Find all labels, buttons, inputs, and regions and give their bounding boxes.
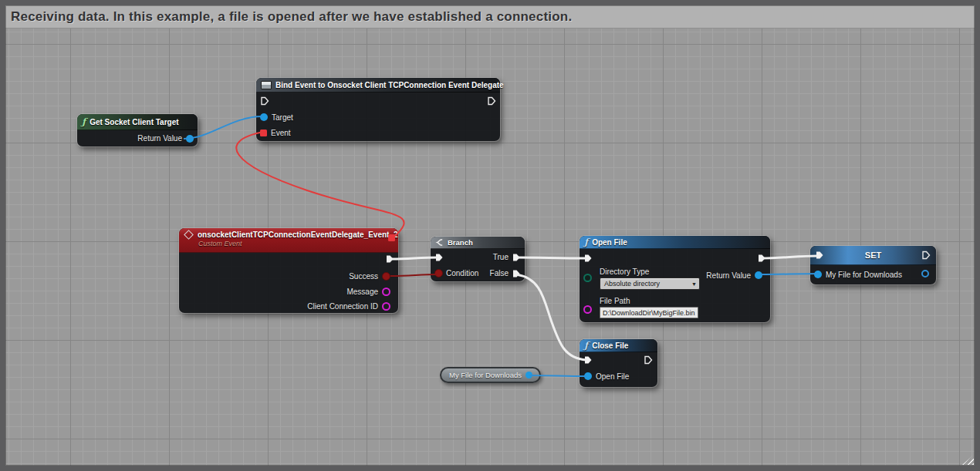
exec-out-pin[interactable] <box>921 251 931 260</box>
object-pin-target[interactable] <box>260 113 268 121</box>
directory-type-value: Absolute directory <box>604 280 660 288</box>
bool-pin-condition[interactable] <box>434 269 443 278</box>
pin-label-return-value: Return Value <box>137 134 182 143</box>
file-path-input[interactable]: D:\DownloadDir\MyBigFile.bin <box>600 307 698 318</box>
node-header: onsocketClientTCPConnectionEventDelegate… <box>179 228 398 253</box>
string-pin-message[interactable] <box>382 288 390 296</box>
object-pin-open-file[interactable] <box>584 372 592 380</box>
delegate-pin-event[interactable] <box>260 130 267 136</box>
delegate-pin-output[interactable] <box>388 234 395 241</box>
node-branch[interactable]: Branch True Condition False <box>431 237 525 281</box>
pin-label-false: False <box>490 269 509 278</box>
pin-label-event: Event <box>271 129 291 137</box>
node-title: SET <box>865 251 881 260</box>
node-subtitle: Custom Event <box>184 240 394 247</box>
blueprint-graph-canvas[interactable]: Receiving data. In this example, a file … <box>0 0 980 471</box>
string-pin-file-path[interactable] <box>583 305 592 314</box>
node-header: ƒ Close File <box>580 339 657 352</box>
node-header: Bind Event to Onsocket Client TCPConnect… <box>256 78 500 93</box>
object-pin-getter-out[interactable] <box>525 372 532 378</box>
node-header: SET <box>810 246 936 265</box>
getter-label: My File for Downloads <box>449 371 522 379</box>
pin-label-file-path: File Path <box>600 297 698 305</box>
exec-out-pin[interactable] <box>385 254 394 264</box>
exec-out-false-pin[interactable] <box>512 269 521 278</box>
wire-layer <box>0 0 980 471</box>
exec-in-pin[interactable] <box>583 254 593 263</box>
node-title: onsocketClientTCPConnectionEventDelegate… <box>198 230 398 239</box>
bind-event-icon <box>261 81 272 89</box>
exec-out-pin[interactable] <box>644 355 653 365</box>
node-header: ƒ Get Socket Client Target <box>77 114 198 130</box>
node-title: Close File <box>592 341 628 350</box>
node-header: ƒ Open File <box>580 236 770 249</box>
pin-label-target: Target <box>272 113 293 122</box>
object-pin-var-in[interactable] <box>814 271 822 278</box>
exec-in-pin[interactable] <box>434 253 444 262</box>
exec-out-true-pin[interactable] <box>512 253 521 262</box>
pin-label-directory-type: Directory Type <box>600 267 700 276</box>
function-icon: ƒ <box>584 341 588 349</box>
object-pin-return-value[interactable] <box>186 135 194 143</box>
comment-header[interactable]: Receiving data. In this example, a file … <box>5 5 975 29</box>
string-pin-client-connection-id[interactable] <box>382 302 390 311</box>
wire-exec-false-closefile <box>516 274 586 360</box>
function-icon: ƒ <box>82 118 86 126</box>
node-getter-my-file-for-downloads[interactable]: My File for Downloads <box>440 367 541 383</box>
node-set-my-file-for-downloads[interactable]: SET My File for Downloads <box>810 246 936 284</box>
pin-label-variable: My File for Downloads <box>826 271 902 279</box>
wire-delegate-event-customevent <box>236 132 404 237</box>
comment-title: Receiving data. In this example, a file … <box>5 9 572 25</box>
pin-label-return-value: Return Value <box>706 271 751 280</box>
custom-event-icon <box>184 230 194 240</box>
node-title: Branch <box>448 238 473 247</box>
pin-label-condition: Condition <box>446 269 478 278</box>
pin-label-client-connection-id: Client Connection ID <box>307 302 378 311</box>
chevron-down-icon: ▼ <box>691 281 697 287</box>
node-custom-event[interactable]: onsocketClientTCPConnectionEventDelegate… <box>179 228 398 313</box>
node-open-file[interactable]: ƒ Open File Directory Type Absolute dire… <box>580 236 770 322</box>
pin-label-message: Message <box>346 288 378 296</box>
enum-pin-directory-type[interactable] <box>583 274 592 282</box>
function-icon: ƒ <box>584 238 588 246</box>
node-title: Open File <box>592 238 627 247</box>
file-path-value: D:\DownloadDir\MyBigFile.bin <box>603 309 695 317</box>
node-get-socket-client-target[interactable]: ƒ Get Socket Client Target Return Value <box>77 114 198 146</box>
exec-in-pin[interactable] <box>815 251 824 260</box>
directory-type-dropdown[interactable]: Absolute directory ▼ <box>600 278 700 290</box>
node-bind-event-delegate[interactable]: Bind Event to Onsocket Client TCPConnect… <box>256 78 500 141</box>
pin-label-success: Success <box>349 272 378 281</box>
pin-label-open-file: Open File <box>596 372 629 381</box>
pin-label-true: True <box>493 253 509 261</box>
object-pin-var-out[interactable] <box>921 270 929 278</box>
wire-exec-true-openfile <box>516 257 586 258</box>
exec-in-pin[interactable] <box>260 96 269 106</box>
exec-out-pin[interactable] <box>487 96 496 106</box>
bool-pin-success[interactable] <box>382 272 390 281</box>
node-title: Bind Event to Onsocket Client TCPConnect… <box>275 81 504 89</box>
exec-in-pin[interactable] <box>583 355 593 365</box>
comment-resize-handle[interactable] <box>962 455 974 465</box>
node-title: Get Socket Client Target <box>90 118 178 126</box>
exec-out-pin[interactable] <box>757 254 766 263</box>
branch-icon <box>435 238 444 247</box>
node-close-file[interactable]: ƒ Close File Open File <box>580 339 657 387</box>
node-header: Branch <box>431 237 525 249</box>
object-pin-return-value[interactable] <box>755 271 762 279</box>
